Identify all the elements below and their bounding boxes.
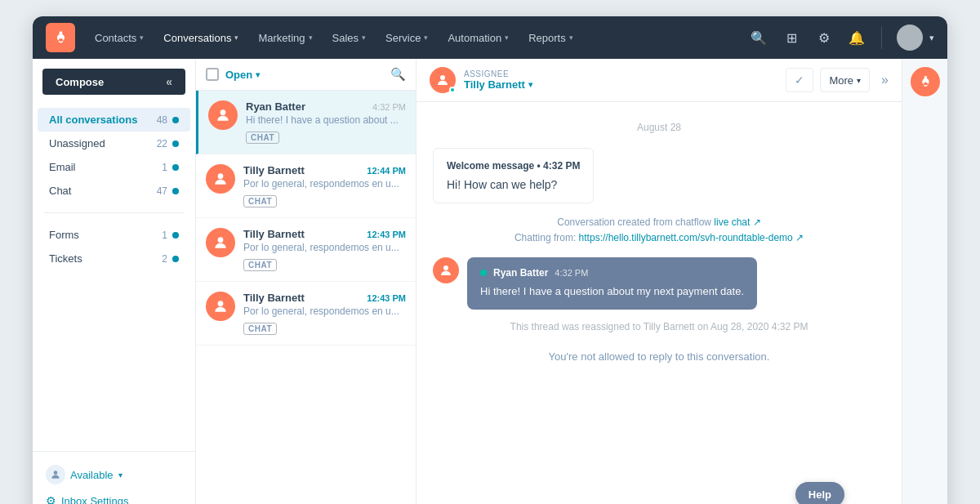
nav-divider: [881, 26, 882, 49]
collapse-icon: «: [166, 75, 172, 88]
chevron-down-icon: ▾: [256, 70, 260, 79]
help-button[interactable]: Help: [795, 482, 844, 504]
notifications-icon-button[interactable]: 🔔: [844, 25, 870, 51]
online-status-dot: [449, 87, 456, 93]
live-chat-link[interactable]: live chat ↗: [714, 216, 760, 228]
welcome-message-header: Welcome message • 4:32 PM: [447, 160, 580, 172]
sidebar: Compose « All conversations 48 Unassigne…: [33, 59, 196, 504]
svg-point-1: [220, 109, 226, 115]
conv-avatar: [208, 100, 238, 130]
chevron-down-icon: ▾: [569, 33, 573, 42]
user-avatar[interactable]: [897, 25, 923, 51]
gear-icon: ⚙: [46, 494, 56, 504]
svg-point-2: [218, 173, 224, 179]
sidebar-footer: Available ▾ ⚙ Inbox Settings: [33, 451, 195, 504]
conv-avatar: [206, 164, 235, 194]
top-nav: Contacts ▾ Conversations ▾ Marketing ▾ S…: [33, 16, 947, 59]
available-chevron: ▾: [118, 471, 122, 479]
chevron-down-icon: ▾: [309, 33, 313, 42]
main-layout: Compose « All conversations 48 Unassigne…: [33, 59, 947, 504]
chat-header: Assignee Tilly Barnett ▾ ✓ More ▾ »: [416, 59, 902, 102]
available-status-button[interactable]: Available ▾: [42, 462, 185, 488]
bubble-text: Hi there! I have a question about my nex…: [480, 283, 744, 300]
sidebar-section-secondary: Forms 1 Tickets 2: [33, 220, 195, 274]
right-panel: [902, 59, 947, 504]
unread-dot: [172, 164, 179, 171]
chevron-down-icon: ▾: [234, 33, 238, 42]
nav-item-contacts[interactable]: Contacts ▾: [85, 27, 154, 49]
agent-icon: [46, 465, 65, 484]
collapse-panel-button[interactable]: »: [881, 73, 889, 87]
avatar-chevron[interactable]: ▾: [929, 33, 934, 43]
svg-point-0: [54, 471, 58, 475]
sidebar-item-email[interactable]: Email 1: [38, 155, 190, 179]
sender-avatar: [433, 257, 459, 283]
nav-item-automation[interactable]: Automation ▾: [438, 27, 519, 49]
conversation-list: Open ▾ 🔍 Ryan Batter 4:32 PM Hi there! I…: [196, 59, 416, 504]
resolve-button[interactable]: ✓: [786, 68, 813, 92]
svg-point-5: [440, 75, 445, 80]
sidebar-item-tickets[interactable]: Tickets 2: [38, 247, 190, 270]
select-all-checkbox[interactable]: [206, 68, 219, 81]
search-conversations-button[interactable]: 🔍: [390, 67, 406, 82]
conv-item-tilly-1[interactable]: Tilly Barnett 12:44 PM Por lo general, r…: [196, 154, 416, 218]
unread-dot: [172, 256, 179, 262]
assignee-info: Assignee Tilly Barnett ▾: [464, 69, 777, 91]
bubble-header: Ryan Batter 4:32 PM: [480, 267, 744, 279]
conv-avatar: [206, 292, 235, 321]
chat-body: August 28 Welcome message • 4:32 PM Hi! …: [416, 102, 902, 504]
conv-item-tilly-2[interactable]: Tilly Barnett 12:43 PM Por lo general, r…: [196, 218, 416, 282]
sidebar-item-forms[interactable]: Forms 1: [38, 223, 190, 247]
assignee-name[interactable]: Tilly Barnett ▾: [464, 78, 777, 91]
date-divider: August 28: [433, 122, 885, 133]
chat-bubble: Ryan Batter 4:32 PM Hi there! I have a q…: [467, 257, 757, 310]
nav-item-service[interactable]: Service ▾: [376, 27, 438, 49]
sidebar-item-chat[interactable]: Chat 47: [38, 179, 190, 203]
conv-body: Tilly Barnett 12:44 PM Por lo general, r…: [243, 164, 406, 207]
sidebar-divider: [44, 212, 184, 213]
conv-body: Tilly Barnett 12:43 PM Por lo general, r…: [243, 292, 406, 335]
nav-item-marketing[interactable]: Marketing ▾: [248, 27, 322, 49]
no-reply-message: You're not allowed to reply to this conv…: [433, 344, 885, 369]
conv-item-ryan-batter[interactable]: Ryan Batter 4:32 PM Hi there! I have a q…: [196, 91, 416, 154]
chevron-down-icon: ▾: [505, 33, 509, 42]
chevron-down-icon: ▾: [857, 76, 861, 85]
sidebar-item-all-conversations[interactable]: All conversations 48: [38, 108, 190, 132]
compose-button[interactable]: Compose «: [42, 69, 185, 95]
unread-dot: [172, 140, 179, 147]
assignee-avatar: [430, 67, 456, 93]
svg-point-3: [218, 237, 224, 243]
nav-right: 🔍 ⊞ ⚙ 🔔 ▾: [746, 25, 934, 51]
unread-dot: [172, 232, 179, 239]
nav-item-conversations[interactable]: Conversations ▾: [154, 27, 248, 49]
chevron-down-icon: ▾: [140, 33, 144, 42]
inbox-settings-button[interactable]: ⚙ Inbox Settings: [42, 488, 185, 504]
status-filter[interactable]: Open ▾: [225, 69, 260, 81]
nav-item-sales[interactable]: Sales ▾: [323, 27, 376, 49]
hubspot-logo[interactable]: [46, 23, 75, 52]
chatting-url-link[interactable]: https://hello.tillybarnett.com/svh-round…: [579, 232, 804, 243]
settings-icon-button[interactable]: ⚙: [811, 25, 837, 51]
unread-dot: [172, 117, 179, 123]
chevron-down-icon: ▾: [362, 33, 366, 42]
sender-online-dot: [480, 270, 487, 276]
chat-main: Assignee Tilly Barnett ▾ ✓ More ▾ »: [416, 59, 902, 504]
conv-avatar: [206, 228, 235, 257]
sidebar-section-main: All conversations 48 Unassigned 22 Email…: [33, 105, 195, 206]
chat-bubble-row: Ryan Batter 4:32 PM Hi there! I have a q…: [433, 257, 885, 310]
sidebar-item-unassigned[interactable]: Unassigned 22: [38, 132, 190, 155]
welcome-message-body: Hi! How can we help?: [447, 178, 580, 191]
hubspot-right-icon[interactable]: [911, 67, 940, 96]
unread-dot: [172, 188, 179, 194]
conv-body: Tilly Barnett 12:43 PM Por lo general, r…: [243, 228, 406, 271]
more-actions-button[interactable]: More ▾: [820, 68, 870, 92]
conv-list-header: Open ▾ 🔍: [196, 59, 416, 91]
conv-item-tilly-3[interactable]: Tilly Barnett 12:43 PM Por lo general, r…: [196, 282, 416, 346]
nav-item-reports[interactable]: Reports ▾: [519, 27, 583, 49]
welcome-message-card: Welcome message • 4:32 PM Hi! How can we…: [433, 148, 594, 203]
grid-icon-button[interactable]: ⊞: [778, 25, 804, 51]
chevron-down-icon: ▾: [528, 80, 532, 89]
svg-point-6: [443, 265, 448, 270]
search-icon-button[interactable]: 🔍: [746, 25, 772, 51]
system-message-chatflow: Conversation created from chatflow live …: [433, 215, 885, 246]
